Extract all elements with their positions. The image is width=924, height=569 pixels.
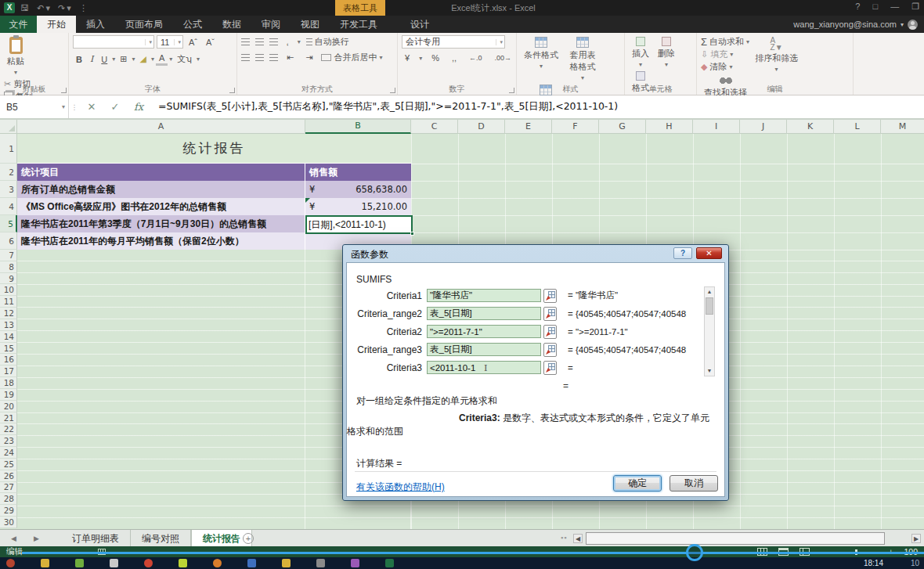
tab-scroll-splitter[interactable]: ▪▪ <box>561 534 567 542</box>
row-header[interactable]: 14 <box>0 331 17 343</box>
font-size-combo[interactable]: 11▾ <box>157 35 183 49</box>
align-left-icon[interactable] <box>241 54 250 61</box>
taskbar-app-icon[interactable] <box>41 559 49 567</box>
row-header[interactable]: 26 <box>0 470 17 482</box>
dialog-launcher-icon[interactable] <box>61 88 67 93</box>
sheet-nav-right-icon[interactable]: ▶ <box>34 535 39 542</box>
decrease-decimal-button[interactable]: .00→ <box>492 53 515 63</box>
align-bottom-icon[interactable] <box>269 38 278 45</box>
paste-button[interactable]: 粘贴▾ <box>4 35 27 77</box>
account-area[interactable]: wang_xianyong@sina.com ▾ <box>793 16 918 33</box>
row-header[interactable]: 7 <box>0 250 17 261</box>
row-header[interactable]: 11 <box>0 296 17 308</box>
undo-icon[interactable]: ↶ ▾ <box>37 2 50 14</box>
ribbon-tab[interactable]: 设计 <box>400 16 439 33</box>
taskbar-app-icon[interactable] <box>351 559 359 567</box>
column-header[interactable]: E <box>505 120 552 134</box>
new-sheet-button[interactable]: + <box>243 533 254 544</box>
minimize-icon[interactable]: — <box>890 2 899 12</box>
row-header[interactable]: 19 <box>0 389 17 401</box>
scroll-down-icon[interactable]: ▼ <box>705 366 714 376</box>
align-top-icon[interactable] <box>241 38 250 45</box>
redo-icon[interactable]: ↷ ▾ <box>58 2 71 14</box>
row-header[interactable]: 22 <box>0 423 17 435</box>
enter-entry-icon[interactable]: ✓ <box>103 95 127 118</box>
select-all-corner[interactable] <box>0 120 17 134</box>
taskbar-app-icon[interactable] <box>385 559 394 567</box>
scroll-right-icon[interactable]: ▶ <box>911 534 921 543</box>
column-header[interactable]: J <box>740 120 787 134</box>
parameter-input[interactable]: "隆华书店" <box>427 289 541 302</box>
taskbar-app-icon[interactable] <box>247 559 256 567</box>
row-header[interactable]: 18 <box>0 377 17 389</box>
row-header[interactable]: 2 <box>0 164 17 181</box>
column-header[interactable]: A <box>17 120 305 134</box>
sheet-tab[interactable]: 订单明细表 <box>61 530 131 547</box>
cell-b5-editing[interactable]: [日期],<2011-10-1) <box>305 215 413 234</box>
orientation-button[interactable]: ⸲ <box>283 36 292 48</box>
video-scrubber[interactable] <box>686 544 703 561</box>
restore-icon[interactable]: ❐ <box>911 2 919 12</box>
wrap-text-button[interactable]: 自动换行 <box>306 36 349 49</box>
row-header[interactable]: 21 <box>0 412 17 424</box>
column-header[interactable]: D <box>458 120 505 134</box>
insert-cells-button[interactable]: 插入▾ <box>629 35 652 70</box>
comma-button[interactable]: ,, <box>449 52 460 63</box>
table-header-row[interactable]: 统计项目 销售额 <box>17 164 411 181</box>
function-help-link[interactable]: 有关该函数的帮助(H) <box>356 481 445 494</box>
formula-input[interactable]: =SUMIFS(表_5[小计],表_5[书店名称],"隆华书店",表_5[日期]… <box>150 95 924 118</box>
taskbar-app-icon[interactable] <box>75 559 84 567</box>
taskbar-app-icon[interactable] <box>213 559 222 567</box>
autosum-button[interactable]: Σ自动求和▾ <box>701 35 749 48</box>
name-box[interactable]: B5 ▾ <box>0 95 69 118</box>
parameter-input[interactable]: 表_5[日期] <box>427 343 541 356</box>
row-header[interactable]: 29 <box>0 505 17 517</box>
taskbar-app-icon[interactable] <box>179 559 187 567</box>
column-header[interactable]: H <box>646 120 693 134</box>
range-picker-button[interactable] <box>543 361 557 375</box>
percent-button[interactable]: % <box>428 52 442 63</box>
row-header[interactable]: 10 <box>0 284 17 296</box>
accounting-format-button[interactable]: ¥ <box>402 52 413 63</box>
row-header[interactable]: 1 <box>0 134 17 164</box>
range-picker-button[interactable] <box>543 325 557 339</box>
row-header[interactable]: 28 <box>0 493 17 505</box>
clear-button[interactable]: ◆清除▾ <box>701 60 749 73</box>
cell-a1-report-title[interactable]: 统计报告 <box>17 134 411 164</box>
row-header[interactable]: 25 <box>0 459 17 470</box>
fill-color-button[interactable]: ◢ <box>137 53 150 65</box>
row-header[interactable]: 13 <box>0 319 17 331</box>
sort-filter-button[interactable]: AZ▼ 排序和筛选▾ <box>752 35 801 74</box>
ribbon-tab[interactable]: 页面布局 <box>115 16 173 33</box>
formula-bar-splitter[interactable]: ⋮ <box>69 95 80 118</box>
column-header[interactable]: L <box>834 120 881 134</box>
font-color-button[interactable]: A <box>156 52 168 66</box>
row-header[interactable]: 12 <box>0 308 17 319</box>
table-row[interactable]: 所有订单的总销售金额 ¥658,638.00 <box>17 181 411 198</box>
phonetic-button[interactable]: 文ʮ <box>174 52 195 66</box>
save-icon[interactable]: 🖫 <box>20 2 29 14</box>
column-header[interactable]: I <box>693 120 740 134</box>
ribbon-tab[interactable]: 公式 <box>173 16 212 33</box>
taskbar-app-icon[interactable] <box>316 559 325 567</box>
taskbar-app-icon[interactable] <box>282 559 291 567</box>
row-header[interactable]: 30 <box>0 517 17 528</box>
ribbon-tab[interactable]: 审阅 <box>251 16 291 33</box>
row-header[interactable]: 5 <box>0 215 17 232</box>
column-header[interactable]: K <box>787 120 834 134</box>
grow-font-button[interactable]: Aˆ <box>186 37 200 48</box>
ribbon-options-icon[interactable]: □ <box>872 2 878 12</box>
scroll-up-icon[interactable]: ▲ <box>705 287 714 297</box>
ok-button[interactable]: 确定 <box>613 475 662 492</box>
align-middle-icon[interactable] <box>255 38 264 45</box>
cancel-button[interactable]: 取消 <box>670 475 718 492</box>
shrink-font-button[interactable]: Aˇ <box>203 37 218 48</box>
row-header[interactable]: 6 <box>0 232 17 250</box>
bold-button[interactable]: B <box>73 54 85 65</box>
row-header[interactable]: 15 <box>0 343 17 355</box>
insert-function-icon[interactable]: fx <box>127 95 150 118</box>
taskbar-app-icon[interactable] <box>6 559 15 567</box>
align-center-icon[interactable] <box>255 54 264 61</box>
column-header[interactable]: G <box>599 120 646 134</box>
column-header[interactable]: B <box>305 120 411 134</box>
